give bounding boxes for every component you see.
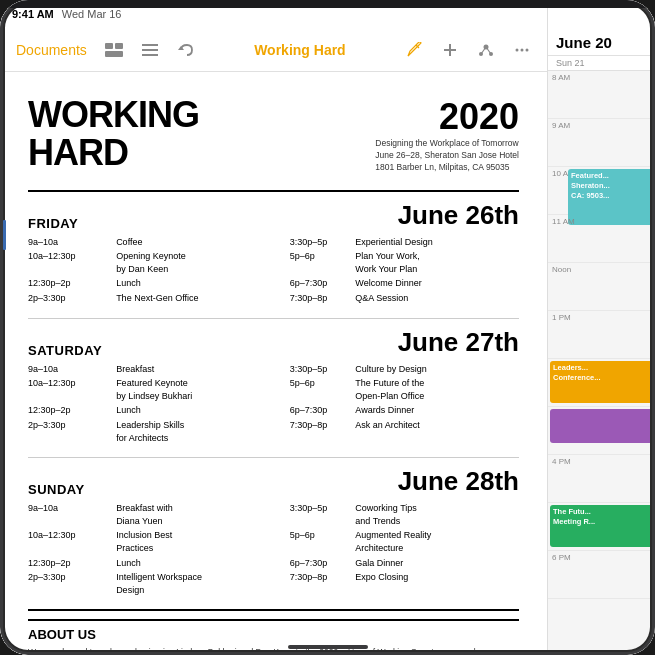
document-content: WORKINGHARD 2020 Designing the Workplace… (0, 72, 547, 655)
friday-section: FRIDAY June 26th 9a–10a Coffee 3:30p–5p … (28, 200, 519, 306)
time-slot-11am: 11 AM (548, 215, 655, 263)
document-panel: 9:41 AM Wed Mar 16 Documents Working Har… (0, 0, 547, 655)
cal-month: June 20 (556, 34, 647, 51)
screen: 9:41 AM Wed Mar 16 Documents Working Har… (0, 0, 655, 655)
friday-divider (28, 318, 519, 319)
table-row: 9a–10a Coffee 3:30p–5p Experiential Desi… (28, 235, 519, 250)
sunday-header: SUNDAY June 28th (28, 466, 519, 497)
friday-header: FRIDAY June 26th (28, 200, 519, 231)
side-indicator (3, 220, 6, 250)
sunday-label: SUNDAY (28, 482, 85, 497)
table-row: 12:30p–2p Lunch 6p–7:30p Gala Dinner (28, 556, 519, 571)
sunday-schedule: 9a–10a Breakfast withDiana Yuen 3:30p–5p… (28, 501, 519, 597)
time-slot-noon: Noon (548, 263, 655, 311)
back-button[interactable]: Documents (10, 38, 93, 62)
friday-date: June 26th (398, 200, 519, 231)
svg-line-13 (481, 47, 486, 54)
calendar-sidebar: June 20 Sun 21 8 AM 9 AM 10 AM Featured.… (547, 0, 655, 655)
doc-subtitle: Designing the Workplace of Tomorrow June… (375, 138, 519, 174)
cal-event-leaders[interactable]: Leaders...Conference... (550, 361, 653, 403)
saturday-schedule: 9a–10a Breakfast 3:30p–5p Culture by Des… (28, 362, 519, 446)
time-label: 11 AM (552, 217, 575, 226)
time-label: 1 PM (552, 313, 571, 322)
saturday-section: SATURDAY June 27th 9a–10a Breakfast 3:30… (28, 327, 519, 446)
more-icon[interactable] (507, 35, 537, 65)
time-slot-6pm: 6 PM (548, 551, 655, 599)
table-row: 9a–10a Breakfast 3:30p–5p Culture by Des… (28, 362, 519, 377)
time-label: 4 PM (552, 457, 571, 466)
header-divider (28, 190, 519, 192)
friday-label: FRIDAY (28, 216, 78, 231)
cal-event-future[interactable]: The Futu...Meeting R... (550, 505, 653, 547)
table-row: 10a–12:30p Inclusion BestPractices 5p–6p… (28, 528, 519, 555)
list-icon[interactable] (135, 35, 165, 65)
table-row: 2p–3:30p The Next-Gen Office 7:30p–8p Q&… (28, 291, 519, 306)
svg-point-17 (526, 48, 529, 51)
layout-icon[interactable] (99, 35, 129, 65)
top-bar (0, 0, 655, 8)
table-row: 10a–12:30p Featured Keynoteby Lindsey Bu… (28, 376, 519, 403)
about-divider (28, 609, 519, 611)
svg-point-16 (521, 48, 524, 51)
time-label: 8 AM (552, 73, 570, 82)
cal-header: June 20 (548, 0, 655, 56)
about-label: ABOUT US (28, 627, 519, 642)
svg-point-15 (516, 48, 519, 51)
markup-icon[interactable] (399, 35, 429, 65)
time-slot-9am: 9 AM (548, 119, 655, 167)
toolbar: Documents Working Hard (0, 28, 547, 72)
saturday-label: SATURDAY (28, 343, 102, 358)
doc-title: WORKINGHARD (28, 96, 199, 172)
saturday-date: June 27th (398, 327, 519, 358)
friday-schedule: 9a–10a Coffee 3:30p–5p Experiential Desi… (28, 235, 519, 306)
time-label: 9 AM (552, 121, 570, 130)
share-icon[interactable] (471, 35, 501, 65)
time-label: Noon (552, 265, 571, 274)
doc-header: WORKINGHARD 2020 Designing the Workplace… (28, 96, 519, 180)
table-row: 2p–3:30p Leadership Skillsfor Architects… (28, 418, 519, 445)
time-slot-2pm: 2 PM Leaders...Conference... (548, 359, 655, 407)
svg-rect-2 (105, 51, 123, 57)
table-row: 9a–10a Breakfast withDiana Yuen 3:30p–5p… (28, 501, 519, 528)
about-text: We are pleased to welcome luminaries Lin… (28, 646, 519, 655)
about-section: ABOUT US We are pleased to welcome lumin… (28, 619, 519, 655)
time-label: 6 PM (552, 553, 571, 562)
time-slot-8am: 8 AM (548, 71, 655, 119)
home-indicator (288, 645, 368, 649)
cal-event-purple[interactable] (550, 409, 653, 443)
time-slot-3pm: 3 PM (548, 407, 655, 455)
table-row: 2p–3:30p Intelligent WorkspaceDesign 7:3… (28, 570, 519, 597)
table-row: 10a–12:30p Opening Keynoteby Dan Keen 5p… (28, 249, 519, 276)
svg-rect-0 (105, 43, 113, 49)
saturday-header: SATURDAY June 27th (28, 327, 519, 358)
add-icon[interactable] (435, 35, 465, 65)
ipad-device: 9:41 AM Wed Mar 16 Documents Working Har… (0, 0, 655, 655)
svg-line-14 (486, 47, 491, 54)
doc-year-block: 2020 Designing the Workplace of Tomorrow… (375, 96, 519, 174)
table-row: 12:30p–2p Lunch 6p–7:30p Welcome Dinner (28, 276, 519, 291)
status-date: Wed Mar 16 (62, 8, 122, 20)
doc-year: 2020 (375, 96, 519, 138)
cal-day-header: Sun 21 (548, 56, 655, 71)
time-slot-10am: 10 AM Featured...Sheraton...CA: 9503... (548, 167, 655, 215)
time-slot-5pm: 5 PM The Futu...Meeting R... (548, 503, 655, 551)
cal-body[interactable]: 8 AM 9 AM 10 AM Featured...Sheraton...CA… (548, 71, 655, 655)
toolbar-title: Working Hard (207, 42, 393, 58)
status-time: 9:41 AM (12, 8, 54, 20)
time-slot-4pm: 4 PM (548, 455, 655, 503)
undo-icon[interactable] (171, 35, 201, 65)
sunday-date: June 28th (398, 466, 519, 497)
saturday-divider (28, 457, 519, 458)
sunday-section: SUNDAY June 28th 9a–10a Breakfast withDi… (28, 466, 519, 597)
table-row: 12:30p–2p Lunch 6p–7:30p Awards Dinner (28, 403, 519, 418)
svg-rect-1 (115, 43, 123, 49)
time-slot-1pm: 1 PM (548, 311, 655, 359)
